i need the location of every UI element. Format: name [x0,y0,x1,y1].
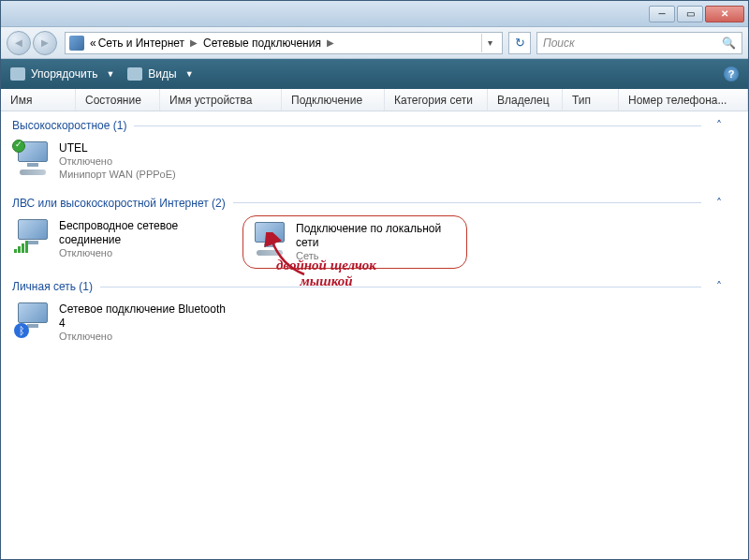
forward-button[interactable]: ► [33,31,57,55]
maximize-button[interactable]: ▭ [677,6,703,22]
views-button[interactable]: Виды ▼ [127,67,193,81]
dialup-icon [14,141,51,175]
connection-name: UTEL [59,141,176,155]
toolbar: Упорядочить ▼ Виды ▼ ? [1,59,748,89]
connection-text: Сетевое подключение Bluetooth 4 Отключен… [59,302,231,344]
group-divider [100,287,701,287]
group-title: Личная сеть (1) [12,280,93,293]
organize-button[interactable]: Упорядочить ▼ [10,67,114,81]
refresh-button[interactable]: ↻ [508,32,531,54]
search-placeholder: Поиск [543,37,575,50]
connection-text: UTEL Отключено Минипорт WAN (PPPoE) [59,141,176,182]
group-header[interactable]: ЛВС или высокоскоростной Интернет (2) ˄ [1,193,748,214]
bluetooth-icon: ᛒ [14,302,51,336]
help-button[interactable]: ? [724,66,739,81]
views-label: Виды [148,67,176,81]
collapse-icon[interactable]: ˄ [701,280,737,293]
breadcrumb-item[interactable]: Сетевые подключения [203,37,321,50]
breadcrumb[interactable]: « Сеть и Интернет ▶ Сетевые подключения … [65,32,503,54]
content-area: Высокоскоростное (1) ˄ UTEL Отключено Ми… [1,111,748,559]
column-header[interactable]: Состояние [76,89,160,111]
column-header[interactable]: Тип [563,89,619,111]
nav-buttons: ◄ ► [7,31,59,55]
connection-status: Сеть [296,250,459,263]
group-items: UTEL Отключено Минипорт WAN (PPPoE) [1,136,748,193]
back-button[interactable]: ◄ [7,31,31,55]
group-items: ᛒ Сетевое подключение Bluetooth 4 Отключ… [1,297,748,355]
connection-status: Отключено [59,247,231,260]
breadcrumb-item[interactable]: Сеть и Интернет [98,37,184,50]
group-header[interactable]: Высокоскоростное (1) ˄ [1,115,748,136]
close-button[interactable]: ✕ [705,6,744,22]
group-divider [233,202,701,203]
connection-item-bluetooth[interactable]: ᛒ Сетевое подключение Bluetooth 4 Отключ… [10,299,235,347]
wifi-icon [14,219,51,253]
chevron-down-icon: ▼ [106,69,114,79]
column-header[interactable]: Имя устройства [160,89,282,111]
connection-status: Отключено [59,331,231,344]
breadcrumb-sep: ▶ [186,37,201,48]
column-headers: Имя Состояние Имя устройства Подключение… [1,89,748,111]
breadcrumb-sep: ▶ [323,37,338,48]
group-divider [134,125,701,126]
breadcrumb-dropdown[interactable]: ▾ [481,34,498,52]
connection-status: Отключено [59,155,176,169]
lan-icon [251,222,288,256]
connection-item-lan[interactable]: Подключение по локальной сети Сеть [242,215,467,270]
search-icon: 🔍 [722,37,736,50]
column-header[interactable]: Подключение [282,89,385,111]
minimize-button[interactable]: ─ [649,6,675,22]
group-items: Беспроводное сетевое соединение Отключен… [1,214,748,277]
connection-item-wireless[interactable]: Беспроводное сетевое соединение Отключен… [10,215,235,270]
group-title: Высокоскоростное (1) [12,119,126,132]
group-header[interactable]: Личная сеть (1) ˄ [1,276,748,297]
views-icon [127,67,142,81]
connection-item-utel[interactable]: UTEL Отключено Минипорт WAN (PPPoE) [10,138,235,185]
connection-device: Минипорт WAN (PPPoE) [59,169,176,182]
column-header[interactable]: Имя [1,89,76,111]
collapse-icon[interactable]: ˄ [701,119,737,132]
connection-name: Сетевое подключение Bluetooth 4 [59,302,231,331]
titlebar: ─ ▭ ✕ [1,1,748,27]
connection-text: Беспроводное сетевое соединение Отключен… [59,219,231,260]
explorer-window: ─ ▭ ✕ ◄ ► « Сеть и Интернет ▶ Сетевые по… [0,0,749,560]
collapse-icon[interactable]: ˄ [701,197,737,210]
column-header[interactable]: Владелец [488,89,563,111]
organize-icon [10,67,25,81]
address-bar: ◄ ► « Сеть и Интернет ▶ Сетевые подключе… [1,27,748,59]
group-title: ЛВС или высокоскоростной Интернет (2) [12,197,226,210]
breadcrumb-prefix: « [90,37,96,50]
location-icon [69,36,84,51]
connection-name: Беспроводное сетевое соединение [59,219,231,247]
organize-label: Упорядочить [31,67,97,81]
connection-text: Подключение по локальной сети Сеть [296,222,459,263]
column-header[interactable]: Категория сети [385,89,488,111]
column-header[interactable]: Номер телефона... [619,89,748,111]
search-input[interactable]: Поиск 🔍 [536,32,742,54]
chevron-down-icon: ▼ [185,69,194,79]
connection-name: Подключение по локальной сети [296,222,459,250]
